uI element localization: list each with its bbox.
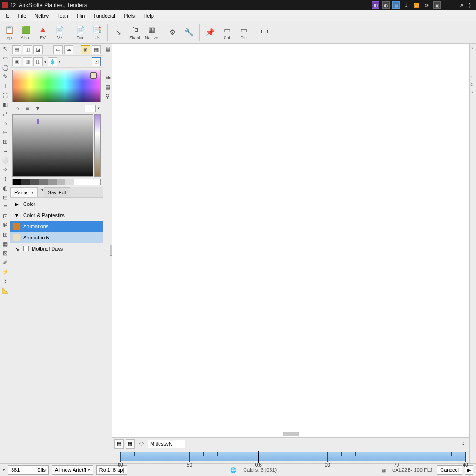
tray-icon[interactable]: ▤ (392, 1, 400, 9)
tool-icon[interactable]: ✢ (1, 175, 9, 183)
panel-btn[interactable]: ▦ (92, 45, 101, 54)
list-icon[interactable]: ≔ (44, 104, 52, 112)
tool-icon[interactable]: ⊞ (1, 138, 9, 146)
timeline-cursor[interactable] (258, 451, 259, 463)
tree-item-colorprops[interactable]: ▼ Color & Paptestirs (10, 210, 103, 221)
swatch[interactable] (21, 179, 30, 185)
color-picker[interactable] (12, 70, 101, 102)
panel-btn[interactable]: ▣ (12, 57, 21, 66)
chevron-down-icon[interactable]: ▾ (98, 106, 100, 111)
hue-slider[interactable] (94, 114, 101, 177)
timeline-tab[interactable]: Mitles.wfv (148, 440, 185, 448)
status-combo1[interactable]: Alimow Artetfi ▾ (52, 465, 93, 475)
status-num-field[interactable]: 381 Elis (8, 465, 49, 475)
timeline-btn[interactable]: ▦ (126, 439, 135, 449)
toolbar-button[interactable]: ⚙ (165, 23, 180, 42)
align-icon[interactable]: ≡ (23, 104, 32, 112)
panel-btn[interactable]: ▭ (53, 45, 63, 54)
wifi-icon[interactable]: 📶 (413, 1, 420, 9)
tool-icon[interactable]: c (471, 82, 476, 86)
tool-icon[interactable]: ⊟ (1, 193, 9, 202)
sync-icon[interactable]: ⟳ (423, 1, 430, 9)
tool-icon[interactable]: ⊡ (1, 212, 9, 220)
close-button[interactable]: ⟩ (466, 1, 474, 9)
tool-icon[interactable]: ⇄ (1, 110, 9, 118)
toolbar-button[interactable]: ▦Nattive (144, 23, 159, 42)
toolbar-button[interactable]: 📄Ve (52, 23, 67, 42)
tray-icon[interactable]: ▣ (433, 1, 441, 9)
toolbar-button[interactable]: 📄Fice (73, 23, 88, 42)
toolbar-button[interactable]: 📋ep (2, 23, 17, 42)
swatch[interactable] (57, 179, 66, 185)
tool-icon[interactable]: ◯ (1, 63, 9, 72)
panel-btn[interactable]: ▥ (23, 57, 32, 66)
tool-icon[interactable]: ▤ (104, 83, 112, 91)
tool-icon[interactable]: T (1, 82, 9, 90)
speaker-icon[interactable]: 🕪 (104, 73, 112, 82)
tree-item-animations[interactable]: Animations (10, 221, 103, 232)
toolbar-button[interactable]: 🗂Sfiard (127, 23, 142, 42)
panel-btn[interactable]: ◪ (33, 45, 43, 54)
tool-icon[interactable]: k (471, 74, 476, 79)
menu-tean[interactable]: Tean (53, 12, 72, 20)
menu-help[interactable]: Help (139, 12, 158, 20)
value-input[interactable] (85, 105, 96, 112)
toolbar-button[interactable]: 🖵 (257, 23, 272, 42)
minimize-button[interactable]: — (449, 1, 457, 9)
tool-icon[interactable]: ⊠ (1, 249, 9, 258)
minimize-button[interactable]: — (441, 1, 449, 9)
chevron-down-icon[interactable]: ▾ (59, 60, 61, 64)
menu-flin[interactable]: Flin (73, 12, 89, 20)
panel-btn[interactable]: 💧 (48, 57, 57, 66)
tree-item-motbriel[interactable]: ↘ Motbriel Davs (10, 243, 103, 254)
tool-icon[interactable]: ✐ (1, 258, 9, 267)
tool-icon[interactable]: ⚲ (104, 92, 112, 100)
timeline-menu[interactable]: ≎ (458, 439, 468, 449)
timeline-btn[interactable]: ⦾ (137, 439, 146, 449)
panel-btn[interactable]: ◫ (23, 45, 32, 54)
tool-icon[interactable]: ▭ (1, 54, 9, 62)
menu-file[interactable]: File (14, 12, 30, 20)
timeline-btn[interactable]: ▤ (114, 439, 124, 449)
tool-icon[interactable]: ↖ (1, 45, 9, 53)
swatch[interactable] (48, 179, 57, 185)
toolbar-button[interactable]: 📌 (203, 23, 218, 42)
menu-plets[interactable]: Plets (120, 12, 139, 20)
tool-icon[interactable]: ⬚ (1, 91, 9, 99)
filter-icon[interactable]: ▼ (33, 104, 42, 112)
tool-icon[interactable]: ⌂ (1, 119, 9, 127)
toolbar-button[interactable]: ↘ (111, 23, 126, 42)
toolbar-button[interactable]: 🔺EV (35, 23, 50, 42)
tree-item-color[interactable]: ▶ Color (10, 198, 103, 210)
menu-nelbw[interactable]: Nelbw (31, 12, 53, 20)
checkbox[interactable] (23, 246, 29, 251)
toolbar-button[interactable]: ▭Die (236, 23, 251, 42)
swatch[interactable] (74, 179, 83, 185)
tool-icon[interactable]: ◐ (1, 184, 9, 192)
tray-icon[interactable]: ⇣ (403, 1, 410, 9)
tool-icon[interactable]: ⌁ (1, 147, 9, 155)
tray-icon[interactable]: ◧ (372, 1, 379, 9)
panel-btn[interactable]: ◉ (81, 45, 90, 54)
tool-icon[interactable]: ⚡ (1, 268, 9, 276)
tree-item-animation5[interactable]: Animaton 5 (10, 232, 103, 243)
tool-icon[interactable]: ⚪ (1, 156, 9, 165)
tool-icon[interactable]: ✧ (1, 165, 9, 174)
tool-icon[interactable]: ▦ (104, 45, 112, 53)
tool-icon[interactable]: s (471, 89, 476, 94)
tool-icon[interactable]: ⊞ (1, 231, 9, 239)
panel-btn[interactable]: ⊡ (92, 57, 101, 66)
tool-icon[interactable]: 📐 (1, 286, 9, 295)
tab-savedit[interactable]: Sav‑Edt (44, 187, 70, 197)
tray-icon[interactable]: ◐ (382, 1, 390, 9)
tool-icon[interactable]: ⌇ (1, 277, 9, 285)
panel-handle[interactable] (110, 245, 112, 256)
tool-icon[interactable]: ✂ (1, 128, 9, 137)
toolbar-button[interactable]: 🔧 (182, 23, 197, 42)
scroll-thumb[interactable] (283, 432, 299, 436)
menu-tundecial[interactable]: Tundecial (89, 12, 119, 20)
menu-le[interactable]: le (2, 12, 13, 20)
picker-marker-icon[interactable] (90, 72, 97, 79)
canvas[interactable] (112, 44, 469, 437)
close-button[interactable]: ✕ (457, 1, 466, 9)
